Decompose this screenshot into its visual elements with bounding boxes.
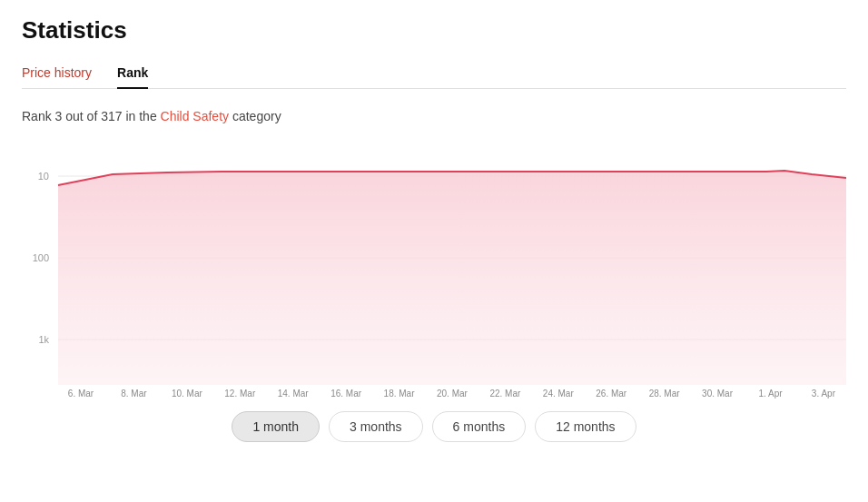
tab-rank[interactable]: Rank xyxy=(117,58,148,89)
x-label-4: 14. Mar xyxy=(271,389,316,399)
page-container: Statistics Price history Rank Rank 3 out… xyxy=(0,0,868,457)
x-axis-labels: 6. Mar 8. Mar 10. Mar 12. Mar 14. Mar 16… xyxy=(22,385,846,399)
rank-info: Rank 3 out of 317 in the Child Safety ca… xyxy=(22,89,846,136)
rank-prefix: Rank 3 out of xyxy=(22,109,101,123)
page-title: Statistics xyxy=(22,16,846,44)
x-label-13: 1. Apr xyxy=(747,389,793,399)
x-label-11: 28. Mar xyxy=(642,389,687,399)
x-label-3: 12. Mar xyxy=(217,389,262,399)
x-label-0: 6. Mar xyxy=(58,389,104,399)
time-btn-3months[interactable]: 3 months xyxy=(329,411,423,442)
x-label-6: 18. Mar xyxy=(377,389,422,399)
svg-text:1k: 1k xyxy=(38,334,49,345)
rank-chart: 10 100 1k xyxy=(22,140,846,385)
rank-middle: in the xyxy=(123,109,161,123)
time-btn-1month[interactable]: 1 month xyxy=(232,411,320,442)
rank-category: Child Safety xyxy=(161,109,229,123)
rank-total: 317 xyxy=(101,109,122,123)
rank-suffix: category xyxy=(229,109,281,123)
chart-svg: 10 100 1k xyxy=(22,140,846,385)
tab-price-history[interactable]: Price history xyxy=(22,58,92,89)
x-label-14: 3. Apr xyxy=(801,389,846,399)
x-label-10: 26. Mar xyxy=(588,389,634,399)
svg-text:10: 10 xyxy=(38,171,49,182)
time-btn-6months[interactable]: 6 months xyxy=(432,411,527,442)
time-range-buttons: 1 month 3 months 6 months 12 months xyxy=(22,399,846,457)
x-label-7: 20. Mar xyxy=(429,389,475,399)
svg-text:100: 100 xyxy=(33,252,49,263)
x-label-8: 22. Mar xyxy=(482,389,528,399)
x-label-2: 10. Mar xyxy=(164,389,210,399)
x-label-5: 16. Mar xyxy=(323,389,369,399)
x-label-9: 24. Mar xyxy=(536,389,581,399)
x-label-1: 8. Mar xyxy=(111,389,156,399)
x-label-12: 30. Mar xyxy=(695,389,740,399)
time-btn-12months[interactable]: 12 months xyxy=(535,411,636,442)
tabs-bar: Price history Rank xyxy=(22,57,846,89)
